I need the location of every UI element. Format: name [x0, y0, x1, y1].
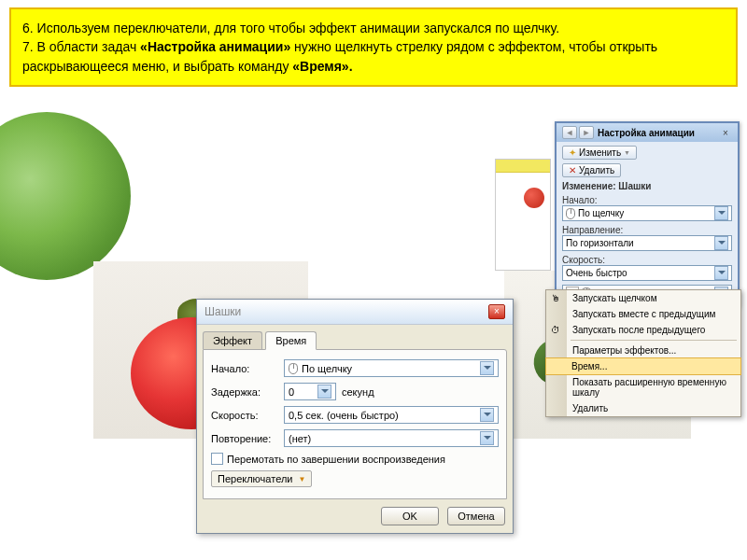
label-repeat: Повторение:	[211, 433, 284, 444]
menu-show-timeline[interactable]: Показать расширенную временную шкалу	[546, 374, 740, 400]
menu-delete[interactable]: Удалить	[546, 400, 740, 416]
menu-effect-options[interactable]: Параметры эффектов...	[546, 343, 740, 358]
pane-nav: ◄ ►	[562, 126, 594, 139]
nav-back-icon[interactable]: ◄	[562, 126, 577, 139]
delay-unit: секунд	[342, 386, 374, 398]
mouse-icon	[289, 363, 298, 374]
menu-start-on-click[interactable]: 🖱 Запускать щелчком	[546, 290, 740, 306]
pane-label-dir: Направление:	[562, 225, 732, 235]
rewind-checkbox[interactable]	[211, 453, 223, 465]
cabbage-image	[0, 112, 131, 280]
mouse-icon	[566, 208, 575, 219]
animation-task-pane: ◄ ► Настройка анимации × ✦ Изменить ▼ ✕ …	[555, 121, 740, 307]
pane-section: Изменение: Шашки	[562, 181, 732, 191]
dialog-titlebar: Шашки ×	[197, 300, 513, 325]
mouse-icon: 🖱	[549, 292, 562, 305]
tab-time[interactable]: Время	[265, 331, 317, 350]
menu-start-after-prev[interactable]: ⏱ Запускать после предыдущего	[546, 322, 740, 338]
instruction-panel: 6. Используем переключатели, для того чт…	[9, 7, 738, 87]
menu-timing[interactable]: Время...	[545, 357, 741, 375]
pane-start-dropdown[interactable]: По щелчку	[562, 205, 732, 221]
spinner-icon[interactable]	[317, 385, 331, 399]
instruction-item-7: 7. В области задач «Настройка анимации» …	[22, 37, 725, 76]
chevron-down-icon[interactable]	[714, 236, 728, 250]
start-dropdown[interactable]: По щелчку	[284, 359, 499, 377]
pane-title: Настройка анимации	[598, 128, 695, 138]
speed-dropdown[interactable]: 0,5 сек. (очень быстро)	[284, 406, 499, 424]
delay-spinner[interactable]: 0	[284, 383, 336, 400]
pane-dir-dropdown[interactable]: По горизонтали	[562, 235, 732, 251]
ok-button[interactable]: OK	[381, 507, 439, 525]
label-start: Начало:	[211, 363, 284, 374]
remove-button[interactable]: ✕ Удалить	[562, 163, 621, 177]
tab-effect[interactable]: Эффект	[203, 331, 262, 349]
chevron-down-icon[interactable]	[714, 206, 728, 220]
chevron-down-icon[interactable]	[480, 431, 494, 445]
dialog-title: Шашки	[204, 305, 241, 318]
pane-close-icon[interactable]: ×	[719, 128, 732, 138]
label-speed: Скорость:	[211, 410, 284, 421]
timing-dialog: Шашки × Эффект Время Начало: По щелчку З…	[196, 299, 514, 534]
repeat-dropdown[interactable]: (нет)	[284, 429, 499, 447]
triggers-button[interactable]: Переключатели ▼	[211, 470, 312, 487]
change-button[interactable]: ✦ Изменить ▼	[562, 146, 637, 160]
chevron-down-icon[interactable]	[714, 266, 728, 280]
slide-thumbnail	[495, 159, 551, 271]
pane-label-start: Начало:	[562, 195, 732, 205]
close-icon[interactable]: ×	[488, 304, 505, 319]
clock-icon: ⏱	[549, 324, 562, 337]
label-delay: Задержка:	[211, 386, 284, 398]
chevron-down-icon[interactable]	[480, 361, 494, 375]
pane-speed-dropdown[interactable]: Очень быстро	[562, 265, 732, 281]
effect-context-menu: 🖱 Запускать щелчком Запускать вместе с п…	[545, 289, 741, 417]
menu-start-with-prev[interactable]: Запускать вместе с предыдущим	[546, 306, 740, 322]
cancel-button[interactable]: Отмена	[447, 507, 505, 525]
instruction-item-6: 6. Используем переключатели, для того чт…	[22, 19, 725, 37]
pane-label-speed: Скорость:	[562, 255, 732, 265]
nav-fwd-icon[interactable]: ►	[579, 126, 594, 139]
expand-icon: ▼	[298, 475, 305, 483]
rewind-label: Перемотать по завершении воспроизведения	[227, 454, 445, 465]
chevron-down-icon[interactable]	[480, 408, 494, 422]
